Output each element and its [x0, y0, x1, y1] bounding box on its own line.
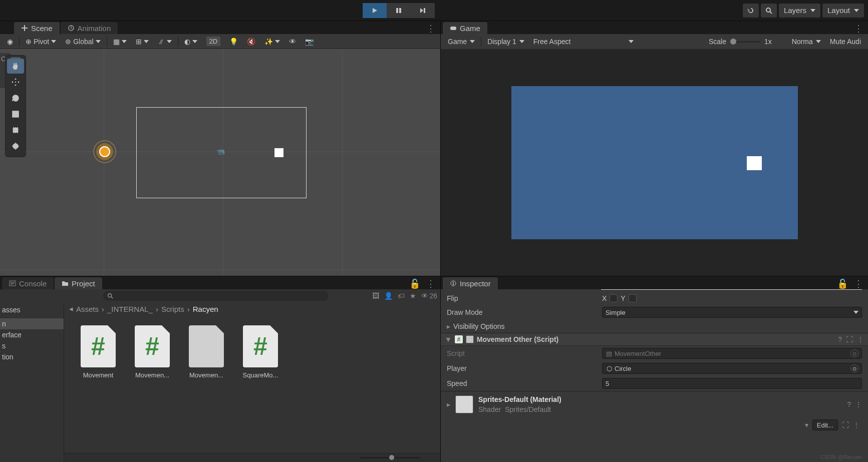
asset-file[interactable]: Movemen... [185, 325, 227, 379]
component-enabled-checkbox[interactable] [466, 335, 474, 343]
mute-audio-button[interactable]: Mute Audi [826, 36, 865, 48]
hidden-objects-icon[interactable]: 👁 [285, 36, 300, 48]
scale-tool-icon[interactable] [7, 107, 24, 122]
pivot-dropdown[interactable]: ⊕Pivot [22, 36, 60, 48]
component-menu-icon[interactable]: ⋮ [857, 335, 864, 343]
display-dropdown[interactable]: Display 1 [483, 36, 528, 48]
vsync-dropdown[interactable]: Norma [788, 36, 825, 48]
scroll-left-icon[interactable]: ◂ [69, 304, 73, 313]
rect-tool-icon[interactable] [7, 123, 24, 138]
lock-icon[interactable]: 🔓 [409, 278, 420, 289]
breadcrumb[interactable]: ◂ Assets› _INTERNAL_› Scripts› Racyen [64, 302, 440, 315]
component-header-movement[interactable]: ▼ # Movement Other (Script) ? ⛶ ⋮ [441, 333, 868, 346]
material-menu-icon[interactable]: ⋮ [855, 400, 862, 408]
step-button[interactable] [411, 3, 435, 18]
shading-mode-icon[interactable]: ◉ [3, 36, 17, 48]
rotate-tool-icon[interactable] [7, 91, 24, 106]
tree-item[interactable]: n [0, 318, 64, 329]
visibility-options-foldout[interactable]: ▸ Visibility Options [441, 320, 868, 333]
material-preset-icon[interactable]: ⛶ [842, 421, 849, 429]
fx-icon[interactable]: ✨ [260, 36, 284, 48]
search-icon[interactable] [761, 4, 777, 18]
audio-icon[interactable]: 🔇 [243, 36, 259, 48]
tab-console[interactable]: Console [2, 277, 54, 289]
move-tool-icon[interactable] [7, 75, 24, 90]
project-tab-menu-icon[interactable]: ⋮ [426, 278, 435, 289]
hidden-toggle-icon[interactable]: 👁26 [421, 292, 437, 300]
tab-animation[interactable]: Animation [61, 22, 118, 34]
object-picker-icon[interactable]: ⊙ [850, 349, 858, 357]
layout-dropdown[interactable]: Layout [822, 4, 864, 18]
grid-snap-icon[interactable]: ▦ [109, 36, 131, 48]
project-footer [64, 453, 440, 462]
asset-script[interactable]: #Movemen... [131, 325, 173, 379]
svg-rect-1 [399, 8, 401, 13]
help-icon[interactable]: ? [838, 335, 842, 343]
draw-mode-dropdown[interactable]: Simple [602, 307, 862, 318]
scale-slider[interactable] [730, 41, 760, 43]
mode-2d-button[interactable]: 2D [202, 36, 225, 48]
script-ref-icon: ▤ [606, 350, 613, 357]
increment-snap-icon[interactable]: ⫽ [154, 36, 176, 48]
material-options-icon[interactable]: ⋮ [853, 421, 860, 429]
object-picker-icon[interactable]: ⊙ [850, 364, 858, 372]
favorite-filter-icon[interactable]: ★ [410, 292, 416, 300]
lighting-icon[interactable]: 💡 [225, 36, 242, 48]
svg-point-3 [766, 8, 770, 12]
svg-rect-2 [424, 8, 425, 13]
inspector-lock-icon[interactable]: 🔓 [837, 278, 848, 289]
circle-gameobject[interactable] [96, 143, 113, 160]
preset-icon[interactable]: ⛶ [846, 335, 853, 343]
tab-scene[interactable]: Scene [14, 22, 60, 34]
tab-inspector[interactable]: Inspector [443, 277, 498, 289]
draw-mode-icon[interactable]: ◐ [180, 36, 201, 48]
hand-tool-icon[interactable] [7, 59, 24, 74]
tree-item[interactable]: erface [0, 329, 64, 340]
inspector-menu-icon[interactable]: ⋮ [854, 278, 863, 289]
asset-script[interactable]: #SquareMo... [239, 325, 281, 379]
transform-tool-icon[interactable] [7, 139, 24, 154]
inspector-body: Flip X Y Draw Mode Simple ▸ Visibility O… [441, 289, 868, 462]
flip-x-checkbox[interactable] [610, 294, 618, 302]
edit-material-button[interactable]: Edit... [812, 419, 838, 430]
tag-filter-icon[interactable]: 🏷 [398, 292, 405, 300]
filter-by-label-icon[interactable]: 👤 [384, 292, 393, 300]
flip-label: Flip [447, 294, 602, 302]
project-tree[interactable]: asses n erface s tion [0, 302, 64, 462]
svg-line-4 [770, 12, 772, 14]
pause-button[interactable] [387, 3, 411, 18]
game-mode-dropdown[interactable]: Game [444, 36, 479, 48]
undo-history-icon[interactable] [743, 4, 759, 18]
material-header[interactable]: ▸ Sprites-Default (Material) Shader Spri… [441, 391, 868, 417]
tab-menu-icon[interactable]: ⋮ [426, 23, 435, 34]
watermark: CSDN @Racyen [820, 454, 862, 460]
grid-size-slider[interactable] [360, 457, 420, 458]
project-search-input[interactable] [103, 291, 329, 301]
speed-field[interactable]: 5 [602, 378, 862, 389]
aspect-dropdown[interactable]: Free Aspect [529, 36, 638, 48]
flip-y-checkbox[interactable] [629, 294, 637, 302]
global-dropdown[interactable]: ⊚Global [61, 36, 104, 48]
game-tab-menu-icon[interactable]: ⋮ [854, 23, 863, 34]
tree-item[interactable]: s [0, 340, 64, 351]
asset-script[interactable]: #Movement [77, 325, 119, 379]
player-field[interactable]: ⬡Circle⊙ [602, 363, 862, 374]
square-gameobject[interactable] [274, 148, 283, 157]
tree-item[interactable]: tion [0, 351, 64, 362]
tab-game[interactable]: Game [443, 22, 487, 34]
scene-view[interactable]: Cai 📹 [0, 49, 440, 276]
camera-gizmo-icon: 📹 [216, 147, 225, 155]
camera-icon[interactable]: 📷 [301, 36, 318, 48]
material-help-icon[interactable]: ? [847, 400, 851, 408]
game-toolbar: Game Display 1 Free Aspect Scale 1x Norm… [441, 34, 868, 49]
filter-by-type-icon[interactable]: 🖾 [372, 292, 379, 300]
svg-rect-9 [13, 128, 18, 133]
script-field: ▤MovementOther⊙ [602, 348, 862, 359]
inspector-tab-row: Inspector 🔓 ⋮ [441, 276, 868, 289]
layers-dropdown[interactable]: Layers [779, 4, 820, 18]
tab-project[interactable]: Project [55, 277, 102, 289]
grid-visibility-icon[interactable]: ⊞ [132, 36, 153, 48]
svg-point-16 [453, 282, 454, 283]
play-button[interactable] [363, 3, 387, 18]
tree-item[interactable]: asses [0, 304, 64, 315]
